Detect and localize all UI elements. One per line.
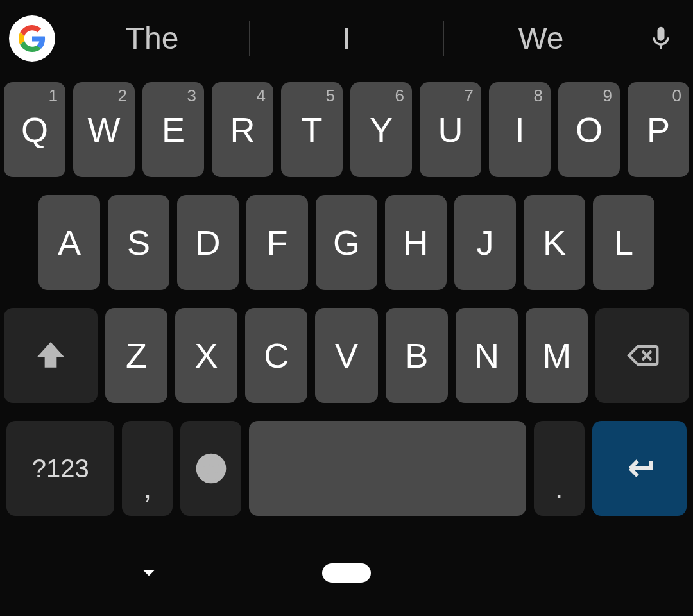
shift-key[interactable] [4, 308, 98, 403]
key-row-2: ASDFGHJKL [4, 195, 689, 290]
google-logo-icon[interactable] [9, 15, 55, 62]
emoji-key[interactable] [180, 421, 241, 516]
key-i[interactable]: 8I [489, 82, 551, 177]
svg-point-0 [198, 455, 225, 482]
key-a[interactable]: A [38, 195, 100, 290]
key-row-3: ZXCVBNM [4, 308, 689, 403]
nav-back-icon[interactable] [135, 558, 163, 589]
key-g[interactable]: G [316, 195, 377, 290]
suggestion-2[interactable]: I [250, 13, 443, 64]
backspace-key[interactable] [595, 308, 689, 403]
key-w[interactable]: 2W [73, 82, 135, 177]
mic-icon[interactable] [638, 15, 684, 62]
key-j[interactable]: J [454, 195, 516, 290]
key-d[interactable]: D [177, 195, 239, 290]
suggestion-3[interactable]: We [444, 13, 638, 64]
key-u[interactable]: 7U [420, 82, 481, 177]
key-z[interactable]: Z [105, 308, 167, 403]
suggestion-1[interactable]: The [55, 13, 249, 64]
key-c[interactable]: C [245, 308, 307, 403]
comma-key[interactable]: , [122, 421, 173, 516]
key-y[interactable]: 6Y [350, 82, 412, 177]
keyboard: 1Q2W3E4R5T6Y7U8I9O0P ASDFGHJKL ZXCVBNM ?… [0, 77, 693, 516]
key-e[interactable]: 3E [142, 82, 204, 177]
suggestions: The I We [55, 13, 638, 64]
period-key[interactable]: . [534, 421, 585, 516]
key-f[interactable]: F [246, 195, 308, 290]
svg-point-2 [214, 464, 217, 467]
key-o[interactable]: 9O [558, 82, 620, 177]
key-p[interactable]: 0P [628, 82, 689, 177]
key-m[interactable]: M [526, 308, 588, 403]
symbols-key[interactable]: ?123 [6, 421, 114, 516]
key-n[interactable]: N [456, 308, 518, 403]
nav-bar [0, 545, 693, 616]
enter-key[interactable] [592, 421, 687, 516]
key-x[interactable]: X [175, 308, 237, 403]
key-b[interactable]: B [386, 308, 448, 403]
key-h[interactable]: H [385, 195, 447, 290]
key-r[interactable]: 4R [212, 82, 273, 177]
key-row-1: 1Q2W3E4R5T6Y7U8I9O0P [4, 82, 689, 177]
key-q[interactable]: 1Q [4, 82, 65, 177]
svg-point-1 [205, 464, 208, 467]
suggestion-strip: The I We [0, 0, 693, 77]
space-key[interactable] [249, 421, 526, 516]
key-k[interactable]: K [524, 195, 585, 290]
key-row-4: ?123 , . [4, 421, 689, 516]
key-t[interactable]: 5T [281, 82, 343, 177]
key-l[interactable]: L [593, 195, 654, 290]
nav-home-icon[interactable] [322, 563, 371, 583]
key-v[interactable]: V [315, 308, 377, 403]
key-s[interactable]: S [108, 195, 169, 290]
